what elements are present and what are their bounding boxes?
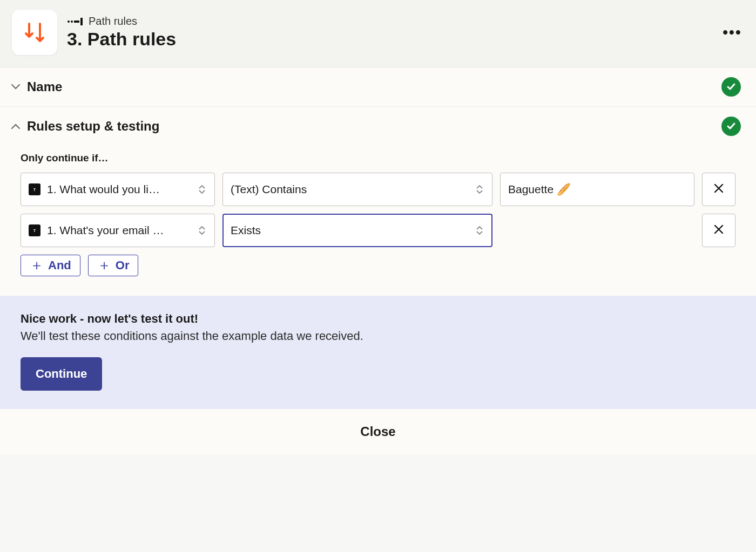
svg-rect-2 — [74, 21, 79, 23]
svg-point-0 — [68, 21, 70, 23]
breadcrumb[interactable]: Path rules — [89, 15, 137, 28]
test-panel-title: Nice work - now let's test it out! — [21, 312, 735, 326]
select-stepper-icon — [197, 185, 207, 194]
page-title: 3. Path rules — [67, 29, 721, 50]
breadcrumb-icon — [67, 17, 83, 26]
add-or-button[interactable]: ＋ Or — [88, 255, 139, 276]
condition-operator-select[interactable]: (Text) Contains — [222, 173, 492, 206]
section-name: Name — [0, 67, 756, 107]
status-complete-icon — [721, 77, 741, 97]
typeform-source-icon: T — [29, 183, 40, 195]
condition-field-select[interactable]: T 1. What's your email … — [21, 214, 215, 247]
condition-field-value: 1. What would you li… — [47, 183, 192, 196]
close-icon — [713, 223, 724, 238]
status-complete-icon — [721, 117, 741, 136]
close-icon — [713, 182, 724, 197]
svg-rect-3 — [80, 18, 83, 25]
chevron-down-icon — [10, 81, 22, 93]
section-rules-header[interactable]: Rules setup & testing — [0, 107, 756, 146]
typeform-source-icon: T — [29, 224, 40, 236]
remove-condition-button[interactable] — [702, 173, 735, 206]
section-name-header[interactable]: Name — [0, 67, 756, 106]
test-panel-description: We'll test these conditions against the … — [21, 329, 735, 343]
condition-operator-select[interactable]: Exists — [222, 214, 492, 247]
and-label: And — [48, 258, 71, 272]
section-name-title: Name — [27, 79, 721, 94]
or-label: Or — [116, 258, 130, 272]
condition-field-select[interactable]: T 1. What would you li… — [21, 173, 215, 206]
condition-value-input[interactable]: Baguette 🥖 — [500, 173, 694, 206]
select-stepper-icon — [475, 226, 484, 235]
close-button[interactable]: Close — [0, 409, 756, 454]
editor-header: Path rules 3. Path rules ••• — [0, 0, 756, 67]
test-panel: Nice work - now let's test it out! We'll… — [0, 296, 756, 409]
section-rules: Rules setup & testing Only continue if… … — [0, 107, 756, 296]
condition-operator-value: (Text) Contains — [231, 183, 469, 196]
conditions-label: Only continue if… — [21, 152, 735, 164]
add-and-button[interactable]: ＋ And — [21, 255, 80, 276]
more-menu-button[interactable]: ••• — [721, 22, 743, 43]
select-stepper-icon — [197, 226, 207, 235]
svg-point-1 — [71, 21, 73, 23]
condition-operator-value: Exists — [231, 224, 469, 237]
section-rules-title: Rules setup & testing — [27, 119, 721, 134]
condition-row: T 1. What's your email … Exists — [21, 214, 735, 247]
select-stepper-icon — [475, 185, 484, 194]
chevron-up-icon — [10, 120, 22, 132]
condition-row: T 1. What would you li… (Text) Contains … — [21, 173, 735, 206]
continue-button[interactable]: Continue — [21, 357, 102, 391]
condition-field-value: 1. What's your email … — [47, 224, 192, 237]
path-rules-app-icon — [12, 10, 57, 55]
remove-condition-button[interactable] — [702, 214, 735, 247]
condition-value-spacer — [500, 214, 694, 247]
condition-value-text: Baguette 🥖 — [508, 183, 686, 196]
